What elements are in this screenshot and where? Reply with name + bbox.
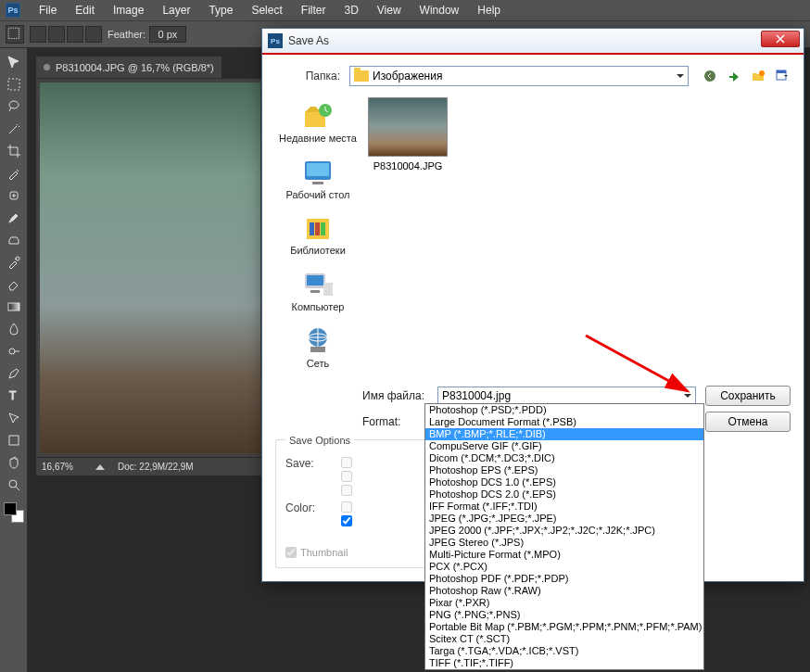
format-option[interactable]: JPEG (*.JPG;*.JPEG;*.JPE) (425, 513, 703, 525)
format-option[interactable]: TIFF (*.TIF;*.TIFF) (425, 657, 703, 669)
unsaved-dot-icon (44, 64, 50, 70)
computer-icon (301, 270, 335, 299)
recent-icon (301, 101, 335, 131)
format-option[interactable]: PNG (*.PNG;*.PNS) (425, 609, 703, 621)
menu-image[interactable]: Image (104, 1, 153, 19)
menu-edit[interactable]: Edit (66, 1, 104, 19)
file-list[interactable]: P8310004.JPG (368, 97, 791, 369)
tool-preset-icon[interactable] (6, 25, 24, 44)
format-option[interactable]: BMP (*.BMP;*.RLE;*.DIB) (425, 428, 703, 440)
format-option[interactable]: Large Document Format (*.PSB) (425, 416, 703, 428)
format-option[interactable]: Scitex CT (*.SCT) (425, 633, 703, 645)
format-option[interactable]: Dicom (*.DCM;*.DC3;*.DIC) (425, 452, 703, 464)
close-button[interactable] (761, 31, 800, 47)
folder-combo[interactable]: Изображения (349, 66, 689, 86)
menu-file[interactable]: File (30, 1, 66, 19)
format-option[interactable]: Photoshop PDF (*.PDF;*.PDP) (425, 573, 703, 585)
healing-tool-icon[interactable] (3, 185, 25, 206)
chevron-down-icon[interactable] (684, 394, 691, 398)
file-item[interactable]: P8310004.JPG (368, 97, 448, 171)
cancel-button[interactable]: Отмена (705, 412, 791, 432)
clone-tool-icon[interactable] (3, 230, 25, 250)
format-option[interactable]: Photoshop DCS 2.0 (*.EPS) (425, 488, 703, 501)
chevron-down-icon (677, 74, 684, 78)
brush-tool-icon[interactable] (3, 208, 25, 228)
format-option[interactable]: Photoshop (*.PSD;*.PDD) (425, 404, 703, 416)
format-option[interactable]: Photoshop EPS (*.EPS) (425, 464, 703, 476)
svg-point-11 (759, 70, 765, 76)
format-option[interactable]: PCX (*.PCX) (425, 561, 703, 573)
format-option[interactable]: Pixar (*.PXR) (425, 597, 703, 609)
save-button[interactable]: Сохранить (705, 386, 791, 406)
format-option[interactable]: Multi-Picture Format (*.MPO) (425, 549, 703, 561)
menubar: Ps File Edit Image Layer Type Select Fil… (0, 0, 810, 20)
hand-tool-icon[interactable] (3, 452, 25, 473)
new-folder-icon[interactable] (750, 68, 766, 84)
canvas[interactable]: 16,67% Doc: 22,9M/22,9M (35, 78, 265, 476)
type-tool-icon[interactable]: T (3, 386, 25, 406)
eraser-tool-icon[interactable] (3, 274, 25, 295)
svg-point-10 (704, 70, 715, 82)
menu-window[interactable]: Window (411, 1, 469, 19)
menu-help[interactable]: Help (468, 1, 510, 19)
shape-tool-icon[interactable] (3, 430, 25, 450)
history-brush-tool-icon[interactable] (3, 252, 25, 273)
feather-input[interactable] (149, 26, 186, 43)
format-option[interactable]: Photoshop DCS 1.0 (*.EPS) (425, 476, 703, 488)
wand-tool-icon[interactable] (3, 119, 25, 139)
save-options-header: Save Options (285, 435, 354, 446)
format-label: Format: (275, 415, 437, 428)
crop-tool-icon[interactable] (3, 141, 25, 161)
menu-filter[interactable]: Filter (292, 1, 335, 19)
menu-type[interactable]: Type (199, 1, 242, 19)
document-tab[interactable]: P8310004.JPG @ 16,7% (RGB/8*) (35, 56, 222, 78)
menu-select[interactable]: Select (242, 1, 291, 19)
format-option[interactable]: CompuServe GIF (*.GIF) (425, 440, 703, 452)
format-option[interactable]: Targa (*.TGA;*.VDA;*.ICB;*.VST) (425, 645, 703, 657)
format-option[interactable]: IFF Format (*.IFF;*.TDI) (425, 501, 703, 513)
place-libraries[interactable]: Библиотеки (290, 213, 346, 257)
statusbar-menu-icon[interactable] (95, 464, 105, 470)
menu-3d[interactable]: 3D (335, 1, 367, 19)
format-option[interactable]: JPEG 2000 (*.JPF;*.JPX;*.JP2;*.J2C;*.J2K… (425, 525, 703, 537)
format-option[interactable]: Portable Bit Map (*.PBM;*.PGM;*.PPM;*.PN… (425, 621, 703, 633)
place-label: Сеть (307, 358, 329, 370)
zoom-tool-icon[interactable] (3, 475, 25, 495)
dialog-titlebar[interactable]: Ps Save As (262, 29, 804, 55)
lasso-tool-icon[interactable] (3, 96, 25, 117)
place-desktop[interactable]: Рабочий стол (285, 158, 349, 201)
up-icon[interactable] (726, 68, 742, 84)
color-swatch[interactable] (4, 502, 24, 523)
path-select-tool-icon[interactable] (3, 408, 25, 428)
eyedropper-tool-icon[interactable] (3, 163, 25, 184)
marquee-tool-icon[interactable] (3, 74, 25, 95)
back-icon[interactable] (702, 68, 718, 84)
place-computer[interactable]: Компьютер (292, 270, 345, 313)
format-option[interactable]: Photoshop Raw (*.RAW) (425, 585, 703, 597)
color-check-2[interactable] (341, 515, 352, 526)
svg-text:T: T (9, 389, 17, 402)
zoom-level[interactable]: 16,67% (36, 462, 90, 472)
svg-rect-13 (777, 70, 786, 73)
pen-tool-icon[interactable] (3, 363, 25, 384)
svg-rect-26 (323, 283, 333, 296)
svg-rect-25 (310, 290, 320, 293)
dodge-tool-icon[interactable] (3, 341, 25, 361)
move-tool-icon[interactable] (3, 52, 25, 72)
format-option[interactable]: JPEG Stereo (*.JPS) (425, 537, 703, 549)
svg-rect-29 (310, 347, 325, 352)
folder-value: Изображения (373, 70, 442, 82)
place-network[interactable]: Сеть (301, 326, 335, 370)
view-menu-icon[interactable] (774, 68, 791, 84)
save-check-3 (341, 485, 352, 496)
gradient-tool-icon[interactable] (3, 297, 25, 317)
svg-rect-21 (315, 222, 320, 235)
place-recent[interactable]: Недавние места (279, 101, 357, 145)
menu-view[interactable]: View (368, 1, 411, 19)
svg-rect-18 (312, 182, 323, 184)
menu-layer[interactable]: Layer (153, 1, 199, 19)
selection-mode-icons[interactable] (30, 26, 102, 43)
blur-tool-icon[interactable] (3, 319, 25, 339)
format-dropdown-list[interactable]: Photoshop (*.PSD;*.PDD)Large Document Fo… (424, 403, 704, 670)
place-label: Недавние места (279, 133, 357, 145)
